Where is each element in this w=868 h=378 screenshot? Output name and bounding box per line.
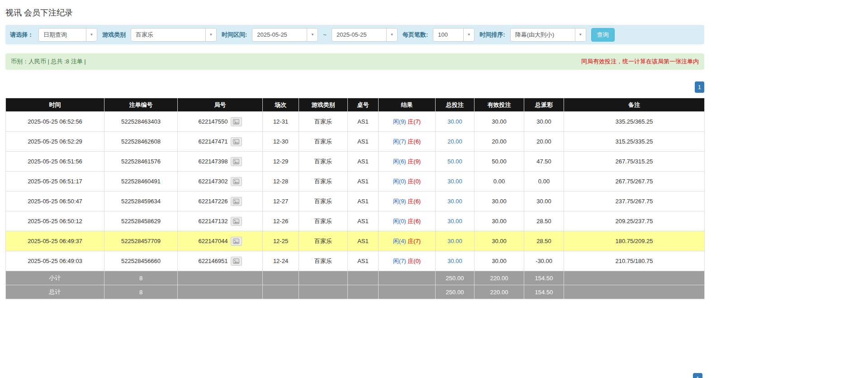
chevron-down-icon[interactable]: ▼ xyxy=(575,29,586,41)
cell-session: 12-27 xyxy=(263,191,299,211)
date-from-select[interactable]: 2025-05-25 ▼ xyxy=(252,28,318,42)
cell-time: 2025-05-25 06:52:56 xyxy=(6,112,104,132)
chevron-down-icon[interactable]: ▼ xyxy=(386,29,397,41)
column-header: 注单编号 xyxy=(104,98,178,112)
cell-session: 12-28 xyxy=(263,172,299,191)
pagination-top: 1 xyxy=(5,81,704,93)
result-player: 闲(6) xyxy=(393,158,406,165)
cell-result: 闲(7) 庄(0) xyxy=(379,251,436,271)
total-bet-link[interactable]: 20.00 xyxy=(447,138,462,145)
round-number: 622147398 xyxy=(198,158,228,165)
cell-note: 210.75/180.75 xyxy=(564,251,705,271)
column-header: 时间 xyxy=(6,98,104,112)
cell-time: 2025-05-25 06:50:12 xyxy=(6,211,104,231)
chevron-down-icon[interactable]: ▼ xyxy=(307,29,318,41)
cell-payout: 28.50 xyxy=(524,211,564,231)
column-header: 备注 xyxy=(564,98,705,112)
cell-payout: 28.50 xyxy=(524,231,564,251)
table-header-row: 时间注单编号局号场次游戏类别桌号结果总投注有效投注总派彩备注 xyxy=(6,98,705,112)
total-bet-link[interactable]: 30.00 xyxy=(447,118,462,125)
total-bet-link[interactable]: 30.00 xyxy=(447,178,462,185)
total-bet-link[interactable]: 30.00 xyxy=(447,238,462,244)
cell-valid-bet: 30.00 xyxy=(474,231,524,251)
video-preview-icon[interactable] xyxy=(231,237,242,246)
total-total-bet: 250.00 xyxy=(436,285,474,299)
result-player: 闲(4) xyxy=(393,238,406,244)
page-title: 视讯 会员下注纪录 xyxy=(5,0,704,18)
total-bet-link[interactable]: 50.00 xyxy=(447,158,462,165)
cell-bet-id: 522528463403 xyxy=(104,112,178,132)
column-header: 有效投注 xyxy=(474,98,524,112)
cell-valid-bet: 0.00 xyxy=(474,172,524,191)
cell-table-no: AS1 xyxy=(348,112,379,132)
video-preview-icon[interactable] xyxy=(231,157,242,166)
page-size-select[interactable]: 100 ▼ xyxy=(433,28,474,42)
result-player: 闲(7) xyxy=(393,138,406,145)
chevron-down-icon[interactable]: ▼ xyxy=(463,29,474,41)
cell-valid-bet: 30.00 xyxy=(474,211,524,231)
result-player: 闲(9) xyxy=(393,198,406,205)
chevron-down-icon[interactable]: ▼ xyxy=(205,29,216,41)
range-separator: ~ xyxy=(323,31,327,38)
cell-note: 267.75/267.75 xyxy=(564,172,705,191)
cell-total-bet: 30.00 xyxy=(436,251,474,271)
game-type-label: 游戏类别 xyxy=(102,31,126,39)
column-header: 总派彩 xyxy=(524,98,564,112)
cell-time: 2025-05-25 06:51:56 xyxy=(6,152,104,172)
cell-payout: 30.00 xyxy=(524,112,564,132)
total-count: 8 xyxy=(104,285,178,299)
video-preview-icon[interactable] xyxy=(231,217,242,226)
round-number: 622146951 xyxy=(198,258,228,264)
date-to-select[interactable]: 2025-05-25 ▼ xyxy=(332,28,398,42)
cell-round-id: 622147550 xyxy=(178,112,263,132)
cell-game-type: 百家乐 xyxy=(299,152,348,172)
cell-payout: 30.00 xyxy=(524,191,564,211)
video-preview-icon[interactable] xyxy=(231,137,242,146)
table-row: 2025-05-25 06:49:03522528456660622146951… xyxy=(6,251,705,271)
video-preview-icon[interactable] xyxy=(231,197,242,206)
result-banker: 庄(9) xyxy=(408,158,421,165)
cell-valid-bet: 30.00 xyxy=(474,112,524,132)
cell-result: 闲(7) 庄(6) xyxy=(379,132,436,152)
summary-bar: 币别：人民币 | 总共 :8 注单 | 同局有效投注，统一计算在该局第一张注单内 xyxy=(5,53,704,70)
cell-result: 闲(0) 庄(0) xyxy=(379,172,436,191)
result-banker: 庄(0) xyxy=(408,258,421,264)
cell-session: 12-29 xyxy=(263,152,299,172)
cell-bet-id: 522528461576 xyxy=(104,152,178,172)
video-preview-icon[interactable] xyxy=(231,177,242,186)
cell-total-bet: 20.00 xyxy=(436,132,474,152)
subtotal-valid-bet: 220.00 xyxy=(474,271,524,285)
chevron-down-icon[interactable]: ▼ xyxy=(86,29,97,41)
cell-total-bet: 30.00 xyxy=(436,191,474,211)
column-header: 游戏类别 xyxy=(299,98,348,112)
subtotal-label: 小计 xyxy=(6,271,104,285)
cell-time: 2025-05-25 06:51:17 xyxy=(6,172,104,191)
cell-time: 2025-05-25 06:49:03 xyxy=(6,251,104,271)
total-bet-link[interactable]: 30.00 xyxy=(447,198,462,205)
video-preview-icon[interactable] xyxy=(231,257,242,266)
cell-table-no: AS1 xyxy=(348,251,379,271)
total-bet-link[interactable]: 30.00 xyxy=(447,218,462,225)
video-preview-icon[interactable] xyxy=(231,117,242,126)
pagination-page-1-bottom[interactable]: 1 xyxy=(693,373,702,378)
cell-table-no: AS1 xyxy=(348,172,379,191)
cell-round-id: 622147226 xyxy=(178,191,263,211)
column-header: 桌号 xyxy=(348,98,379,112)
total-bet-link[interactable]: 30.00 xyxy=(447,258,462,264)
cell-note: 315.25/335.25 xyxy=(564,132,705,152)
cell-total-bet: 50.00 xyxy=(436,152,474,172)
cell-bet-id: 522528459634 xyxy=(104,191,178,211)
cell-table-no: AS1 xyxy=(348,132,379,152)
betting-records-page: 视讯 会员下注纪录 请选择： 日期查询 ▼ 游戏类别 百家乐 ▼ 时间区间: 2… xyxy=(0,0,868,378)
column-header: 总投注 xyxy=(436,98,474,112)
pagination-page-1[interactable]: 1 xyxy=(695,81,704,93)
query-type-select[interactable]: 日期查询 ▼ xyxy=(38,28,97,42)
cell-session: 12-31 xyxy=(263,112,299,132)
table-row: 2025-05-25 06:51:17522528460491622147302… xyxy=(6,172,705,191)
game-type-select[interactable]: 百家乐 ▼ xyxy=(131,28,217,42)
date-from-value: 2025-05-25 xyxy=(252,29,307,41)
time-sort-select[interactable]: 降幕(由大到小) ▼ xyxy=(510,28,586,42)
query-button[interactable]: 查询 xyxy=(591,28,615,42)
cell-round-id: 622147471 xyxy=(178,132,263,152)
time-sort-value: 降幕(由大到小) xyxy=(511,29,575,41)
